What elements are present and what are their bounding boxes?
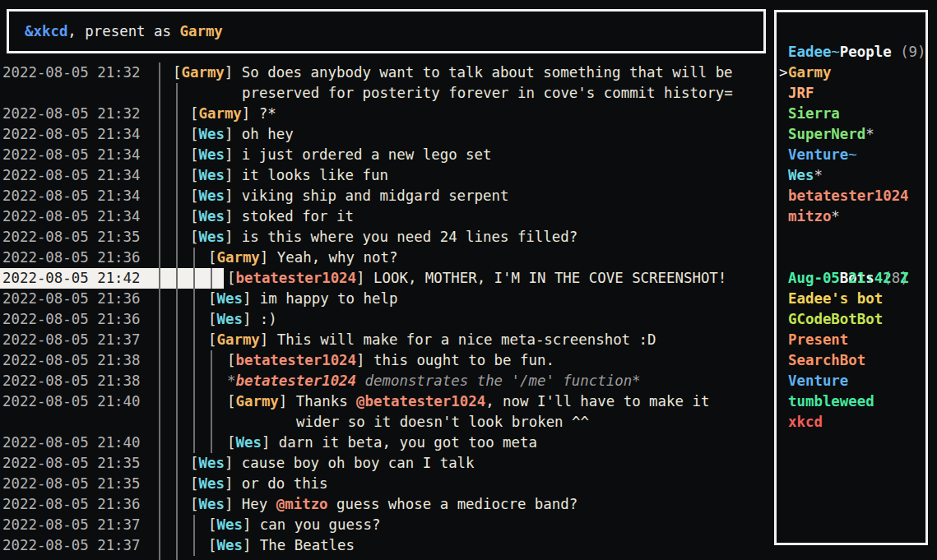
username[interactable]: Garmy [181, 64, 224, 81]
username[interactable]: betatester1024 [235, 373, 356, 389]
message-text: :) [260, 311, 277, 327]
username[interactable]: Wes [198, 167, 224, 183]
chat-row[interactable]: 2022-08-05 21:40[Wes] darn it beta, you … [0, 433, 772, 453]
chat-row[interactable]: 2022-08-05 21:38[betatester1024] this ou… [0, 350, 772, 371]
message: [Wes] darn it beta, you got too meta [227, 433, 537, 453]
username[interactable]: Garmy [216, 249, 259, 266]
chat-log: 2022-08-05 21:32[Garmy] So does anybody … [0, 62, 772, 560]
people-item-eadee[interactable]: Eadee~ [777, 42, 925, 62]
message-text: or do this [242, 475, 328, 492]
username[interactable]: Wes [198, 229, 224, 245]
bot-item-xkcd[interactable]: xkcd [777, 412, 925, 433]
list-user-name: GCodeBotBot [788, 311, 883, 327]
thread-line [159, 186, 160, 206]
chat-row[interactable]: 2022-08-05 21:40[Garmy] Thanks @betatest… [0, 391, 772, 412]
username[interactable]: Wes [216, 537, 242, 553]
thread-line [193, 350, 195, 371]
message-text: So does anybody want to talk about somet… [242, 64, 733, 81]
message-text: can you guess? [260, 516, 381, 533]
people-item-sierra[interactable]: Sierra [777, 104, 925, 124]
username[interactable]: Wes [198, 126, 224, 142]
people-item-garmy[interactable]: >Garmy [777, 62, 925, 83]
chat-row[interactable]: 2022-08-05 21:34[Wes] viking ship and mi… [0, 186, 772, 206]
chat-row[interactable]: 2022-08-05 21:37[Wes] can you guess? [0, 515, 772, 535]
chat-row[interactable]: 2022-08-05 21:38*betatester1024 demonstr… [0, 371, 772, 391]
people-item-betatester1024[interactable]: betatester1024 [777, 186, 925, 206]
username[interactable]: Wes [198, 187, 224, 204]
people-item-venture[interactable]: Venture~ [777, 145, 925, 165]
mention[interactable]: @mitzo [276, 496, 328, 512]
username[interactable]: Wes [198, 208, 224, 224]
chat-row[interactable]: 2022-08-05 21:36[Wes] :) [0, 309, 772, 330]
people-item-jrf[interactable]: JRF [777, 83, 925, 104]
user-suffix: * [865, 126, 874, 142]
username[interactable]: Garmy [216, 331, 259, 348]
username[interactable]: Wes [198, 475, 224, 492]
timestamp: 2022-08-05 21:34 [2, 165, 141, 186]
chat-row[interactable]: 2022-08-05 21:36[Wes] Hey @mitzo guess w… [0, 494, 772, 515]
chat-row[interactable]: 2022-08-05 21:37[Garmy] This will make f… [0, 330, 772, 350]
bot-item-present[interactable]: Present [777, 330, 925, 350]
message-text: The Beatles [260, 537, 355, 553]
username[interactable]: Garmy [235, 393, 278, 410]
chat-row[interactable]: 2022-08-05 21:34[Wes] i just ordered a n… [0, 145, 772, 165]
list-user-name: Present [788, 331, 848, 348]
chat-row[interactable]: 2022-08-05 21:37[Wes] The Beatles [0, 535, 772, 556]
message-text: [ [227, 434, 235, 451]
people-item-wes[interactable]: Wes* [777, 165, 925, 186]
message: [Wes] cause boy oh boy can I talk [190, 453, 475, 474]
chat-row[interactable]: 2022-08-05 21:35[Wes] or do this [0, 474, 772, 494]
message: [Wes] viking ship and midgard serpent [190, 186, 508, 206]
message-text: [ [190, 167, 198, 183]
username[interactable]: Garmy [198, 105, 241, 122]
thread-line [159, 391, 160, 412]
people-item-mitzo[interactable]: mitzo* [777, 206, 925, 227]
username[interactable]: betatester1024 [235, 352, 356, 368]
thread-line [159, 83, 160, 104]
chat-row[interactable]: 2022-08-05 21:42[betatester1024] LOOK, M… [0, 268, 772, 289]
thread-line [176, 412, 178, 433]
message-text: it looks like fun [242, 167, 388, 183]
message-text: preserved for posterity forever in cove'… [242, 85, 733, 101]
bot-item-gcodebotbot[interactable]: GCodeBotBot [777, 309, 925, 330]
chat-row[interactable]: 2022-08-05 21:34[Wes] oh hey [0, 124, 772, 145]
chat-row[interactable]: preserved for posterity forever in cove'… [0, 83, 772, 104]
message-text: ] [279, 393, 296, 410]
username[interactable]: Wes [216, 311, 242, 327]
chat-row[interactable]: 2022-08-05 21:34[Wes] stoked for it [0, 206, 772, 227]
username[interactable]: Wes [216, 516, 242, 533]
bot-item-searchbot[interactable]: SearchBot [777, 350, 925, 371]
bot-item-aug-05-21-42-z[interactable]: Aug-05 21:42 Z [777, 268, 925, 289]
username[interactable]: Wes [198, 146, 224, 163]
timestamp: 2022-08-05 21:38 [2, 350, 141, 371]
chat-row[interactable]: 2022-08-05 21:35[Wes] cause boy oh boy c… [0, 453, 772, 474]
bot-item-tumbleweed[interactable]: tumbleweed [777, 391, 925, 412]
thread-line [159, 206, 160, 227]
username[interactable]: Wes [216, 290, 242, 307]
message-text: [ [190, 496, 198, 512]
timestamp: 2022-08-05 21:36 [2, 494, 141, 515]
bot-item-venture[interactable]: Venture [777, 371, 925, 391]
username[interactable]: betatester1024 [235, 270, 356, 286]
chat-row[interactable]: 2022-08-05 21:36[Wes] im happy to help [0, 289, 772, 309]
chat-row[interactable]: 2022-08-05 21:35[Wes] is this where you … [0, 227, 772, 248]
mention[interactable]: @betatester1024 [356, 393, 485, 410]
chat-row[interactable]: 2022-08-05 21:32[Garmy] ?* [0, 104, 772, 124]
thread-line [159, 330, 160, 350]
thread-line [193, 391, 195, 412]
thread-line [176, 309, 178, 330]
thread-line [211, 268, 212, 289]
chat-row[interactable]: 2022-08-05 21:32[Garmy] So does anybody … [0, 62, 772, 83]
username[interactable]: Wes [198, 496, 224, 512]
chat-row[interactable]: wider so it doesn't look broken ^^ [0, 412, 772, 433]
chat-row[interactable]: 2022-08-05 21:36[Garmy] Yeah, why not? [0, 248, 772, 268]
people-item-supernerd[interactable]: SuperNerd* [777, 124, 925, 145]
username[interactable]: Wes [235, 434, 261, 451]
message: [Wes] or do this [190, 474, 328, 494]
message: [Wes] is this where you need 24 lines fi… [190, 227, 578, 248]
message-text: , now I'll have to make it [485, 393, 709, 410]
username[interactable]: Wes [198, 455, 224, 471]
chat-row[interactable]: 2022-08-05 21:34[Wes] it looks like fun [0, 165, 772, 186]
thread-line [176, 453, 178, 474]
bot-item-eadee-s-bot[interactable]: Eadee's bot [777, 289, 925, 309]
